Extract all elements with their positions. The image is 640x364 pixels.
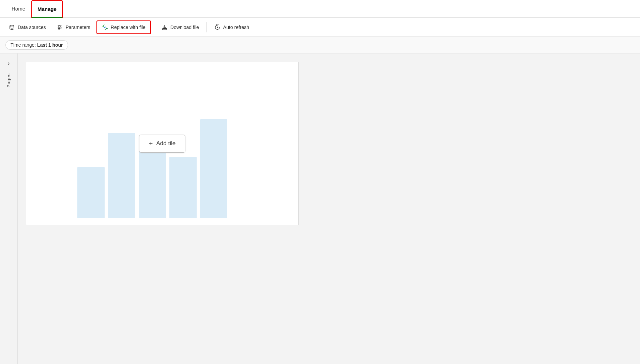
bar-3	[139, 150, 166, 218]
svg-rect-7	[162, 28, 167, 30]
toolbar: Data sources Parameters R	[0, 18, 640, 37]
auto-refresh-label: Auto refresh	[223, 25, 249, 30]
replace-with-file-icon	[102, 24, 108, 30]
main-area: › Pages + Add tile	[0, 54, 640, 364]
download-file-label: Download file	[170, 25, 199, 30]
report-canvas: + Add tile	[26, 62, 299, 225]
subheader: Time range: Last 1 hour	[0, 37, 640, 54]
add-tile-button[interactable]: + Add tile	[139, 135, 185, 153]
svg-point-0	[10, 25, 14, 27]
svg-point-5	[60, 27, 61, 28]
data-sources-icon	[9, 24, 15, 30]
svg-point-6	[59, 28, 60, 29]
parameters-icon	[57, 24, 63, 30]
toolbar-divider-1	[154, 22, 154, 32]
data-sources-label: Data sources	[18, 25, 46, 30]
time-range-prefix: Time range:	[11, 42, 37, 48]
sidebar: › Pages	[0, 54, 18, 364]
svg-point-4	[58, 25, 60, 26]
bar-1	[77, 167, 105, 218]
pages-label: Pages	[6, 73, 11, 88]
add-tile-label: Add tile	[156, 140, 176, 147]
toolbar-divider-2	[207, 22, 207, 32]
parameters-label: Parameters	[65, 25, 90, 30]
bar-2	[108, 133, 135, 218]
canvas-area: + Add tile	[18, 54, 640, 364]
plus-icon: +	[149, 140, 153, 148]
manage-tab[interactable]: Manage	[31, 0, 63, 18]
replace-with-file-button[interactable]: Replace with file	[96, 20, 151, 34]
download-file-icon	[162, 24, 168, 30]
data-sources-button[interactable]: Data sources	[4, 20, 50, 34]
time-range-value: Last 1 hour	[37, 42, 63, 48]
sidebar-expand-chevron[interactable]: ›	[5, 58, 12, 69]
replace-with-file-label: Replace with file	[111, 25, 146, 30]
download-file-button[interactable]: Download file	[157, 20, 204, 34]
top-nav: Home Manage	[0, 0, 640, 18]
bar-4	[169, 157, 197, 218]
bar-5	[200, 119, 227, 218]
auto-refresh-icon	[214, 24, 220, 30]
auto-refresh-button[interactable]: Auto refresh	[210, 20, 254, 34]
home-tab[interactable]: Home	[5, 0, 31, 18]
time-range-badge[interactable]: Time range: Last 1 hour	[5, 40, 68, 50]
parameters-button[interactable]: Parameters	[52, 20, 95, 34]
svg-point-8	[217, 27, 218, 28]
